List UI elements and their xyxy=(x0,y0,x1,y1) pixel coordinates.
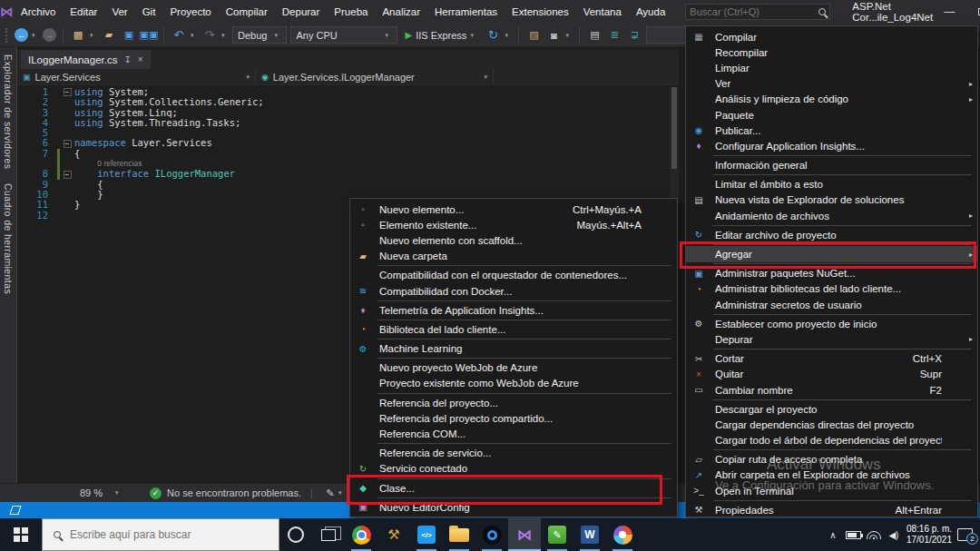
taskbar-vscode[interactable]: </> xyxy=(410,518,443,551)
taskbar-search-input[interactable] xyxy=(70,528,268,541)
context-menu-item-administrar-bibliotecas-cliente[interactable]: ◔Administrar bibliotecas del lado client… xyxy=(686,281,977,297)
menubar-ventana[interactable]: Ventana xyxy=(576,0,629,24)
agregar-submenu-item-referencia-servicio[interactable]: Referencia de servicio... xyxy=(350,446,677,461)
minimize-button[interactable]: — xyxy=(933,0,965,24)
redo-button[interactable]: ↷ xyxy=(201,27,218,44)
action-center-button[interactable]: 2 xyxy=(957,528,973,541)
taskbar-vs-installer[interactable]: ⚒ xyxy=(377,518,410,551)
debug-configuration-select[interactable]: Debug ▾ xyxy=(232,26,287,44)
start-debugging-button[interactable]: ▶ IIS Express ▾ xyxy=(401,30,481,41)
maximize-button[interactable] xyxy=(965,0,980,24)
agregar-submenu-item-nueva-carpeta[interactable]: ▰Nueva carpeta xyxy=(350,249,677,264)
agregar-submenu-item-referencia-proyecto-compartido[interactable]: Referencia del proyecto compartido... xyxy=(350,410,677,426)
project-dropdown[interactable]: ▣ Layer.Services ▾ xyxy=(17,69,256,84)
cortana-button[interactable] xyxy=(279,518,312,551)
menubar-analizar[interactable]: Analizar xyxy=(375,0,427,24)
context-menu-item-abrir-carpeta-explorador[interactable]: ↗Abrir carpeta en el Explorador de archi… xyxy=(686,467,977,483)
agregar-submenu-item-nuevo-editorconfig[interactable]: ▣Nuevo EditorConfig xyxy=(350,499,677,515)
quick-search-box[interactable] xyxy=(685,4,830,20)
outline-expand-button[interactable]: ⋥ xyxy=(626,27,642,44)
context-menu-item-descargar-proyecto[interactable]: Descargar el proyecto xyxy=(686,401,977,417)
taskbar-app-circle[interactable] xyxy=(475,518,508,551)
open-file-button[interactable]: ▰ xyxy=(101,27,117,44)
context-menu-item-quitar[interactable]: ×QuitarSupr xyxy=(686,367,977,382)
code-cleanup-caret[interactable]: ▾ xyxy=(338,489,346,497)
context-menu-item-compilar[interactable]: ▦Compilar xyxy=(686,29,977,44)
context-menu-item-configurar-application-insights[interactable]: ♦Configurar Application Insights... xyxy=(686,138,977,153)
navigate-back-button[interactable]: ← xyxy=(15,28,28,42)
wifi-icon[interactable] xyxy=(867,530,881,539)
hot-reload-button[interactable]: ↻ xyxy=(485,27,501,44)
pin-icon[interactable]: ↧ xyxy=(123,54,131,64)
new-project-button[interactable]: ▩ xyxy=(70,27,86,44)
tray-chevron-icon[interactable]: ∧ xyxy=(826,530,840,540)
collapse-icon[interactable]: − xyxy=(64,88,72,96)
menubar-compilar[interactable]: Compilar xyxy=(219,0,275,24)
code-line-6[interactable]: 6−namespace Layer.Services xyxy=(17,138,679,148)
menubar-archivo[interactable]: Archivo xyxy=(14,0,63,24)
save-all-button[interactable]: ▣▣ xyxy=(141,27,157,44)
quick-search-input[interactable] xyxy=(690,6,818,17)
agregar-submenu-item-machine-learning[interactable]: ⚙Machine Learning xyxy=(350,341,677,357)
context-menu-item-copiar-ruta-acceso[interactable]: ▱Copiar ruta de acceso completa xyxy=(686,452,977,467)
context-menu-item-cortar[interactable]: ✂CortarCtrl+X xyxy=(686,351,977,367)
agregar-submenu-item-clase[interactable]: ◆Clase... xyxy=(350,480,677,496)
agregar-submenu-item-referencia-com[interactable]: Referencia COM... xyxy=(350,426,677,441)
agregar-submenu-item-elemento-existente[interactable]: ▫Elemento existente...Mayús.+Alt+A xyxy=(350,217,677,232)
menubar-ayuda[interactable]: Ayuda xyxy=(629,0,672,24)
context-menu-item-cargar-arbol-dependencias[interactable]: Cargar todo el árbol de dependencias del… xyxy=(686,433,977,448)
agregar-submenu-item-telemetria-application-insights[interactable]: ♦Telemetría de Application Insights... xyxy=(350,302,677,318)
menubar-git[interactable]: Git xyxy=(135,0,163,24)
agregar-submenu-item-nuevo-proyecto-webjob[interactable]: Nuevo proyecto WebJob de Azure xyxy=(350,360,677,376)
problems-message[interactable]: No se encontraron problemas. xyxy=(167,487,301,498)
taskbar-word[interactable]: W xyxy=(573,518,606,551)
code-line-4[interactable]: 4using System.Threading.Tasks; xyxy=(17,118,679,128)
menubar-herramientas[interactable]: Herramientas xyxy=(427,0,505,24)
member-dropdown[interactable] xyxy=(494,69,679,84)
volume-icon[interactable]: ◀) xyxy=(887,530,901,540)
screenshot-button[interactable]: ◙ xyxy=(545,27,562,44)
menubar-proyecto[interactable]: Proyecto xyxy=(162,0,218,24)
agregar-submenu-item-servicio-conectado[interactable]: ↻Servicio conectado xyxy=(350,461,677,477)
undo-caret[interactable]: ▾ xyxy=(191,32,198,39)
agregar-submenu-item-nuevo-elemento[interactable]: ▫Nuevo elemento...Ctrl+Mayús.+A xyxy=(350,202,677,217)
undo-button[interactable]: ↶ xyxy=(171,27,187,44)
agregar-submenu-item-referencia-proyecto[interactable]: Referencia del proyecto... xyxy=(350,395,677,410)
close-tab-icon[interactable]: × xyxy=(138,54,143,64)
toolbar-grip[interactable] xyxy=(5,28,9,43)
context-menu-item-limitar-ambito[interactable]: Limitar el ámbito a esto xyxy=(686,177,977,192)
agregar-submenu-item-proyecto-existente-webjob[interactable]: Proyecto existente como WebJob de Azure xyxy=(350,376,677,391)
browser-link-button[interactable]: ▨ xyxy=(525,27,542,44)
context-menu-item-informacion-general[interactable]: Información general xyxy=(686,158,977,173)
new-project-caret[interactable]: ▾ xyxy=(90,32,97,39)
context-menu-item-agregar[interactable]: Agregar▸ xyxy=(686,246,977,261)
scrollbar-thumb[interactable] xyxy=(671,87,677,169)
context-menu-item-ver[interactable]: Ver▸ xyxy=(686,76,977,92)
taskbar-paint3d[interactable] xyxy=(606,518,639,551)
agregar-submenu-item-biblioteca-lado-cliente[interactable]: ◔Biblioteca del lado cliente... xyxy=(350,321,677,337)
context-menu-item-administrar-paquetes-nuget[interactable]: ▣Administrar paquetes NuGet... xyxy=(686,266,977,281)
menubar-editar[interactable]: Editar xyxy=(63,0,104,24)
type-dropdown[interactable]: ◉ Layer.Services.ILoggerManager ▾ xyxy=(256,69,494,84)
context-menu-item-publicar[interactable]: ◉Publicar... xyxy=(686,123,977,138)
zoom-select[interactable]: 89 % ▾ xyxy=(74,487,128,498)
context-menu-item-recompilar[interactable]: Recompilar xyxy=(686,44,977,60)
context-menu-item-propiedades[interactable]: ⚒PropiedadesAlt+Entrar xyxy=(686,502,977,517)
platform-select[interactable]: Any CPU ▾ xyxy=(290,26,397,44)
context-menu-item-cambiar-nombre[interactable]: ▭Cambiar nombreF2 xyxy=(686,382,977,398)
context-menu-item-open-in-terminal[interactable]: >_Open in Terminal xyxy=(686,483,977,498)
collapse-icon[interactable]: − xyxy=(64,140,72,148)
collapse-icon[interactable]: − xyxy=(64,171,72,179)
toolbox-tab[interactable]: Cuadro de herramientas xyxy=(3,176,14,301)
server-explorer-tab[interactable]: Explorador de servidores xyxy=(3,47,14,176)
outline-collapse-button[interactable]: ≣ xyxy=(606,27,622,44)
redo-caret[interactable]: ▾ xyxy=(221,32,229,39)
navigate-forward-button[interactable]: → xyxy=(43,28,56,42)
code-line-9[interactable]: 9 { xyxy=(17,180,679,190)
code-line-7[interactable]: 7{ xyxy=(17,149,679,159)
code-line-8[interactable]: 8− interface ILoggerManager xyxy=(17,169,679,179)
taskbar-chrome[interactable] xyxy=(345,518,377,551)
menubar-ver[interactable]: Ver xyxy=(104,0,134,24)
context-menu-item-establecer-proyecto-inicio[interactable]: ⚙Establecer como proyecto de inicio xyxy=(686,316,977,331)
agregar-submenu-item-nuevo-elemento-scaffold[interactable]: Nuevo elemento con scaffold... xyxy=(350,232,677,248)
